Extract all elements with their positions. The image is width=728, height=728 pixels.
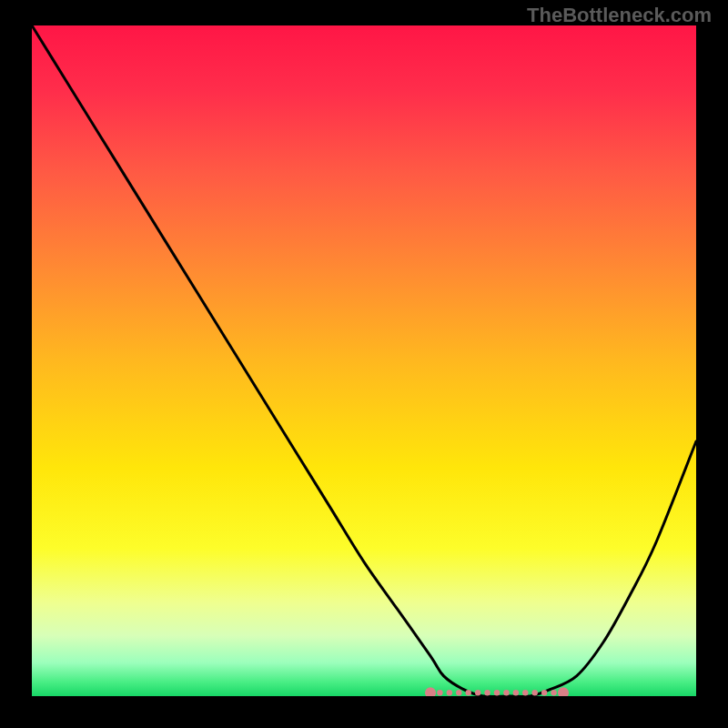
watermark-text: TheBottleneck.com (527, 4, 712, 27)
plot-area (32, 25, 696, 696)
svg-point-2 (437, 690, 442, 695)
svg-point-0 (425, 687, 436, 696)
svg-point-13 (541, 690, 547, 695)
svg-point-3 (447, 690, 452, 695)
bottleneck-curve (32, 25, 696, 696)
svg-point-1 (558, 687, 569, 696)
svg-point-6 (475, 690, 480, 695)
svg-point-11 (522, 690, 528, 695)
svg-point-8 (494, 690, 500, 695)
curve-layer (32, 25, 696, 696)
svg-point-5 (466, 690, 471, 695)
svg-point-12 (532, 690, 538, 695)
svg-point-9 (503, 690, 509, 695)
svg-point-14 (551, 690, 556, 695)
svg-point-4 (456, 690, 461, 695)
chart-container: TheBottleneck.com (0, 0, 728, 728)
svg-point-7 (484, 690, 490, 695)
svg-point-10 (513, 690, 519, 695)
